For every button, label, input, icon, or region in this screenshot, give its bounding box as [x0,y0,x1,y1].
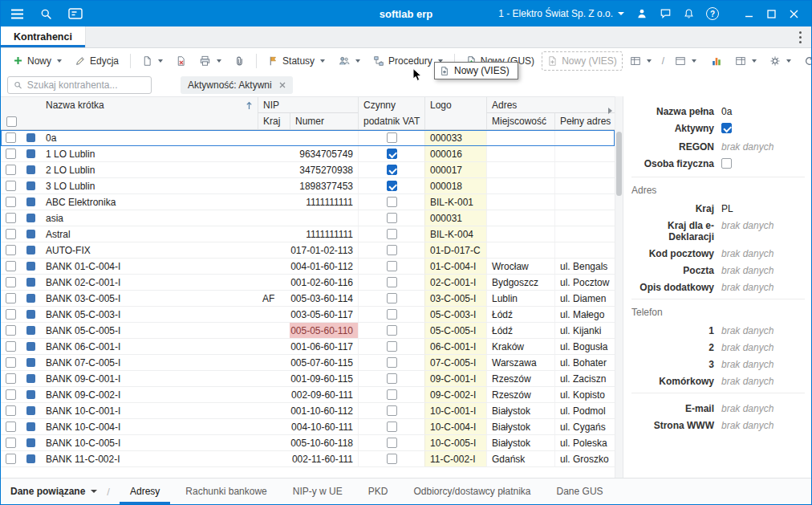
vat-checkbox[interactable] [387,261,397,271]
table-row[interactable]: 3 LO Lublin 1898377453 000018 [1,178,615,194]
bottom-tab[interactable]: Odbiorcy/dostawcy płatnika [403,479,541,504]
column-group-adres[interactable]: Adres [486,97,615,113]
row-checkbox[interactable] [6,293,16,303]
row-checkbox[interactable] [6,389,16,400]
more-options-kebab-icon[interactable] [789,26,811,47]
form-view-button[interactable] [669,51,702,71]
attachments-button[interactable] [229,51,250,71]
vat-checkbox[interactable] [387,454,397,464]
table-row[interactable]: BANK 09-C-002-I 002-09-60-111 09-C-002-I… [1,387,615,403]
table-row[interactable]: BANK 02-C-001-I 001-02-60-116 02-C-001-I… [1,275,615,291]
vat-checkbox[interactable] [387,357,397,368]
bottom-tab[interactable]: Rachunki bankowe [175,479,277,504]
table-row[interactable]: asia 000031 [1,210,615,226]
column-header-logo[interactable]: Logo [424,97,486,113]
vat-checkbox[interactable] [387,165,397,175]
vat-checkbox[interactable] [387,422,397,432]
row-checkbox[interactable] [6,405,16,416]
row-checkbox[interactable] [6,261,16,271]
row-checkbox[interactable] [6,438,16,448]
vat-checkbox[interactable] [387,293,397,303]
table-row[interactable]: BANK 05-C-005-I 005-05-60-110 05-C-005-I… [1,323,615,339]
table-row[interactable]: AUTO-FIX 017-01-02-113 01-D-017-C [1,242,615,259]
vat-checkbox[interactable] [387,181,397,191]
column-header-podatnik-vat[interactable]: podatnik VAT [358,113,424,129]
vat-checkbox[interactable] [387,277,397,287]
user-icon[interactable] [636,8,648,19]
copy-document-button[interactable] [136,51,168,71]
table-row[interactable]: 1 LO Lublin 9634705749 000016 [1,146,615,162]
delete-document-button[interactable] [170,51,192,71]
column-header-numer[interactable]: Numer [290,113,358,129]
search-box[interactable] [7,76,152,94]
vertical-scrollbar[interactable] [615,96,623,478]
maximize-button[interactable] [760,1,782,26]
row-checkbox[interactable] [6,357,16,368]
contacts-button[interactable] [332,51,366,71]
table-row[interactable]: 2 LO Lublin 3475270938 000017 [1,162,615,178]
row-checkbox[interactable] [6,245,16,255]
column-header-czynny-podatnik-vat[interactable]: Czynny [358,97,424,113]
scrollbar-thumb[interactable] [616,132,622,196]
related-data-menu[interactable]: Dane powiązane [10,479,97,504]
vat-checkbox[interactable] [387,197,397,207]
bottom-tab[interactable]: Dane GUS [546,479,614,504]
table-row[interactable]: BANK 11-C-002-I 002-11-60-111 11-C-002-I… [1,451,615,467]
row-checkbox[interactable] [6,277,16,287]
chat-icon[interactable] [660,8,672,19]
vat-checkbox[interactable] [387,438,397,448]
open-windows-icon[interactable] [68,8,83,19]
close-button[interactable] [782,1,805,26]
more-columns-chevron-icon[interactable] [608,108,612,114]
vat-checkbox[interactable] [387,389,397,400]
row-checkbox[interactable] [6,325,16,336]
new-vies-button[interactable]: Nowy (VIES) [542,51,623,71]
table-row[interactable]: BANK 10-C-004-I 004-10-60-111 10-C-004-I… [1,419,615,435]
row-checkbox[interactable] [6,149,16,159]
row-checkbox[interactable] [6,341,16,352]
hamburger-menu-icon[interactable] [10,9,24,19]
table-row[interactable]: Astral 1111111111 BIL-K-004 [1,226,615,242]
bottom-tab[interactable]: Adresy [120,479,170,504]
details-checkbox-aktywny[interactable] [721,123,732,133]
table-row[interactable]: 0a 000033 [1,130,615,146]
edit-button[interactable]: Edycja [69,51,124,71]
table-row[interactable]: BANK 10-C-001-I 001-10-60-112 10-C-001-I… [1,403,615,419]
analysis-chart-button[interactable] [705,51,728,71]
row-checkbox[interactable] [6,213,16,223]
help-icon[interactable]: ? [706,7,719,20]
refresh-button[interactable] [798,51,812,71]
row-checkbox[interactable] [6,454,16,464]
vat-checkbox[interactable] [387,132,397,143]
table-row[interactable]: ABC Elektronika 1111111111 BIL-K-001 [1,194,615,210]
details-checkbox-osoba-fizyczna[interactable] [721,158,732,169]
row-checkbox[interactable] [6,373,16,384]
table-row[interactable]: BANK 10-C-005-I 005-10-60-118 10-C-005-I… [1,435,615,451]
table-row[interactable]: BANK 05-C-003-I 003-05-60-117 05-C-003-I… [1,307,615,323]
vat-checkbox[interactable] [387,309,397,320]
vat-checkbox[interactable] [387,213,397,223]
settings-button[interactable] [764,51,797,71]
vat-checkbox[interactable] [387,245,397,255]
row-checkbox[interactable] [6,132,16,143]
print-button[interactable] [193,51,227,71]
table-row[interactable]: BANK 03-C-005-I AF 005-03-60-114 03-C-00… [1,291,615,307]
table-row[interactable]: BANK 01-C-004-I 004-01-60-112 01-C-004-I… [1,259,615,275]
vat-checkbox[interactable] [387,149,397,159]
bottom-tab[interactable]: PKD [358,479,399,504]
column-header-kraj[interactable]: Kraj [258,113,290,129]
table-row[interactable]: BANK 06-C-001-I 001-06-60-117 06-C-001-I… [1,339,615,355]
export-table-button[interactable] [624,51,657,71]
vat-checkbox[interactable] [387,373,397,384]
row-checkbox[interactable] [6,422,16,432]
row-checkbox[interactable] [6,197,16,207]
close-icon[interactable] [279,82,286,88]
vat-checkbox[interactable] [387,229,397,239]
row-checkbox[interactable] [6,165,16,175]
vat-checkbox[interactable] [387,341,397,352]
statuses-button[interactable]: Statusy [262,51,331,71]
table-row[interactable]: BANK 07-C-005-I 005-07-60-115 07-C-005-I… [1,355,615,371]
search-input[interactable] [27,79,145,91]
column-header-pelny-adres[interactable]: Pełny adres [554,113,615,129]
vat-checkbox[interactable] [387,405,397,416]
